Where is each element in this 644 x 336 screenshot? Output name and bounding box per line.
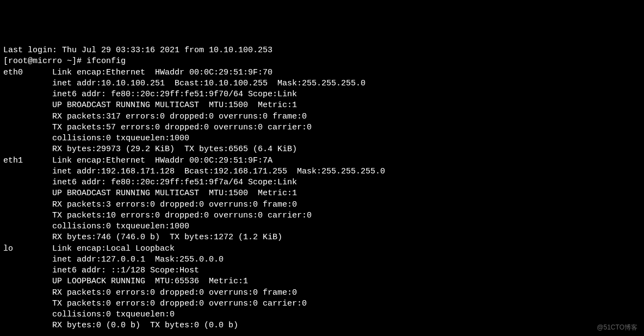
iface-eth1-header: eth1 Link encap:Ethernet HWaddr 00:0C:29… [3,155,641,166]
terminal-output[interactable]: Last login: Thu Jul 29 03:33:16 2021 fro… [3,45,641,332]
iface-lo-header: lo Link encap:Local Loopback [3,244,641,254]
iface-eth1-line-4: RX packets:3 errors:0 dropped:0 overruns… [3,200,641,210]
iface-eth0-header: eth0 Link encap:Ethernet HWaddr 00:0C:29… [3,67,641,78]
iface-eth1-line-1: inet addr:192.168.171.128 Bcast:192.168.… [3,166,641,177]
iface-eth0-line-3: UP BROADCAST RUNNING MULTICAST MTU:1500 … [3,100,641,111]
iface-eth0-line-6: collisions:0 txqueuelen:1000 [3,133,641,144]
iface-eth0-line-1: inet addr:10.10.100.251 Bcast:10.10.100.… [3,78,641,89]
iface-eth1-line-7: RX bytes:746 (746.0 b) TX bytes:1272 (1.… [3,232,641,243]
last-login-line: Last login: Thu Jul 29 03:33:16 2021 fro… [3,45,641,56]
iface-eth0-line-5: TX packets:57 errors:0 dropped:0 overrun… [3,122,641,133]
iface-lo-line-4: RX packets:0 errors:0 dropped:0 overruns… [3,288,641,298]
iface-lo-line-2: inet6 addr: ::1/128 Scope:Host [3,265,641,276]
iface-lo-line-3: UP LOOPBACK RUNNING MTU:65536 Metric:1 [3,276,641,287]
iface-lo-line-1: inet addr:127.0.0.1 Mask:255.0.0.0 [3,254,641,265]
shell-prompt-line: [root@micrro ~]# ifconfig [3,56,641,67]
iface-lo-line-5: TX packets:0 errors:0 dropped:0 overruns… [3,298,641,309]
iface-eth0-line-2: inet6 addr: fe80::20c:29ff:fe51:9f70/64 … [3,89,641,100]
iface-eth0-line-7: RX bytes:29973 (29.2 KiB) TX bytes:6565 … [3,144,641,155]
iface-eth1-line-2: inet6 addr: fe80::20c:29ff:fe51:9f7a/64 … [3,177,641,188]
iface-eth1-line-5: TX packets:10 errors:0 dropped:0 overrun… [3,210,641,221]
iface-eth1-line-6: collisions:0 txqueuelen:1000 [3,221,641,232]
iface-lo-line-6: collisions:0 txqueuelen:0 [3,309,641,320]
watermark: @51CTO博客 [597,323,637,332]
iface-eth1-line-3: UP BROADCAST RUNNING MULTICAST MTU:1500 … [3,188,641,199]
iface-eth0-line-4: RX packets:317 errors:0 dropped:0 overru… [3,111,641,122]
iface-lo-line-7: RX bytes:0 (0.0 b) TX bytes:0 (0.0 b) [3,320,641,331]
